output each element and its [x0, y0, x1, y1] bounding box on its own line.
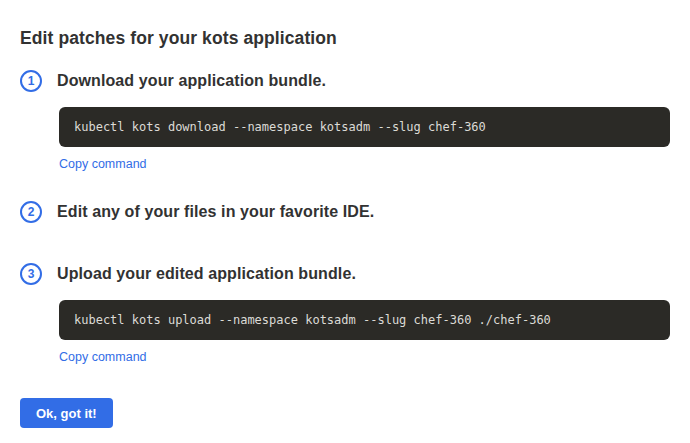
step-edit-header: 2 Edit any of your files in your favorit…	[20, 201, 670, 223]
step-download-header: 1 Download your application bundle.	[20, 70, 670, 92]
page-title: Edit patches for your kots application	[20, 28, 670, 49]
step-upload-body: kubectl kots upload --namespace kotsadm …	[59, 300, 670, 365]
upload-command-snippet: kubectl kots upload --namespace kotsadm …	[59, 300, 670, 340]
footer: Ok, got it!	[20, 398, 670, 428]
step-1-number-badge: 1	[20, 70, 42, 92]
step-2-heading: Edit any of your files in your favorite …	[57, 203, 374, 221]
step-1-heading: Download your application bundle.	[57, 72, 326, 90]
step-3-number-badge: 3	[20, 263, 42, 285]
step-upload: 3 Upload your edited application bundle.…	[20, 263, 670, 365]
ok-got-it-button[interactable]: Ok, got it!	[20, 398, 113, 428]
step-download-body: kubectl kots download --namespace kotsad…	[59, 107, 670, 172]
step-upload-header: 3 Upload your edited application bundle.	[20, 263, 670, 285]
step-edit: 2 Edit any of your files in your favorit…	[20, 201, 670, 223]
step-download: 1 Download your application bundle. kube…	[20, 70, 670, 172]
download-command-snippet: kubectl kots download --namespace kotsad…	[59, 107, 670, 147]
step-2-number-badge: 2	[20, 201, 42, 223]
copy-download-command-link[interactable]: Copy command	[59, 157, 147, 171]
step-3-heading: Upload your edited application bundle.	[57, 265, 356, 283]
copy-upload-command-link[interactable]: Copy command	[59, 350, 147, 364]
edit-patches-view: Edit patches for your kots application 1…	[0, 0, 690, 443]
